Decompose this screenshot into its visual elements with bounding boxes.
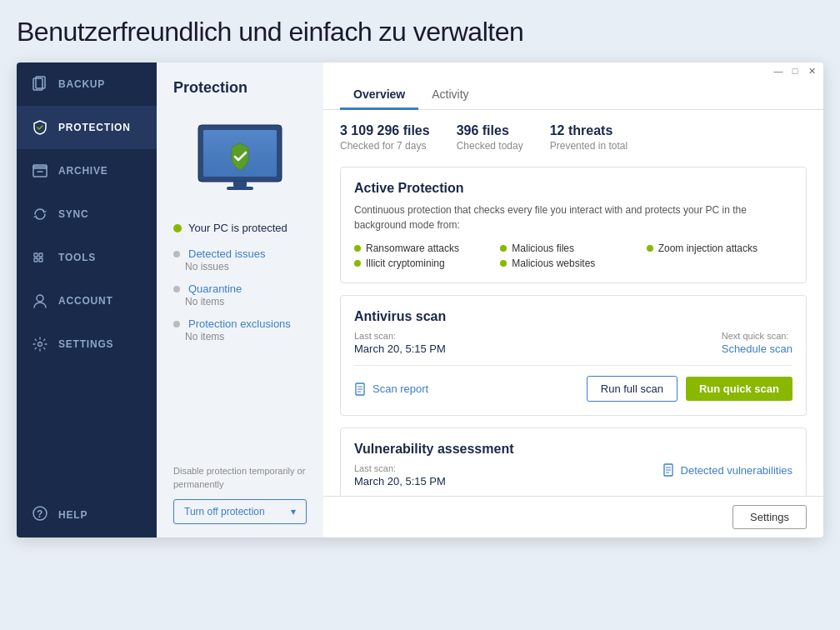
main-content: 3 109 296 files Checked for 7 days 396 f…: [323, 110, 823, 496]
mid-panel-title: Protection: [157, 62, 323, 110]
svg-rect-16: [233, 182, 247, 187]
mid-links: Detected issues No issues Quarantine No …: [157, 248, 323, 342]
run-quick-scan-button[interactable]: Run quick scan: [686, 377, 792, 401]
sidebar-item-backup[interactable]: Backup: [17, 62, 157, 106]
sidebar-item-sync[interactable]: Sync: [17, 192, 157, 236]
run-full-scan-button[interactable]: Run full scan: [587, 376, 678, 402]
sidebar-item-account[interactable]: Account: [17, 279, 157, 322]
feature-label-2: Zoom injection attacks: [658, 242, 758, 254]
vulnerability-card: Vulnerability assessment Last scan: Marc…: [340, 428, 807, 496]
protection-exclusions-link[interactable]: Protection exclusions No items: [173, 318, 307, 342]
feature-dot-4: [500, 260, 507, 267]
tools-icon: [32, 249, 48, 266]
exclusions-sub: No items: [173, 331, 307, 342]
svg-point-10: [38, 342, 42, 347]
app-window: Backup Protection Archive: [17, 62, 823, 538]
main-panel: — □ ✕ Overview Activity 3 109 296 files …: [323, 62, 823, 538]
tab-activity[interactable]: Activity: [418, 79, 482, 110]
feature-dot-1: [500, 245, 507, 252]
schedule-scan-link[interactable]: Schedule scan: [722, 342, 792, 355]
tabs-bar: Overview Activity: [323, 79, 823, 110]
close-button[interactable]: ✕: [807, 66, 817, 76]
scan-report-label: Scan report: [372, 382, 428, 395]
feature-dot-3: [354, 260, 361, 267]
vuln-last-scan-label: Last scan:: [354, 463, 446, 473]
sidebar-item-archive[interactable]: Archive: [17, 149, 157, 192]
sidebar-item-help[interactable]: ? Help: [17, 492, 157, 538]
mid-bottom: Disable protection temporarily or perman…: [157, 452, 323, 538]
sidebar-label-help: Help: [58, 509, 88, 521]
svg-rect-6: [34, 258, 38, 262]
scan-row: Last scan: March 20, 5:15 PM Next quick …: [354, 331, 792, 355]
mid-panel: Protection: [157, 62, 323, 538]
monitor-illustration: [157, 110, 323, 215]
page-heading: Benutzerfreundlich und einfach zu verwal…: [17, 17, 823, 48]
feature-label-0: Ransomware attacks: [366, 242, 459, 254]
stat-value-2: 12 threats: [550, 123, 628, 138]
feature-malicious-websites: Malicious websites: [500, 258, 646, 269]
svg-rect-7: [39, 253, 42, 257]
next-scan-label: Next quick scan:: [722, 331, 792, 341]
status-text: Your PC is protected: [188, 222, 288, 234]
maximize-button[interactable]: □: [790, 66, 800, 76]
stat-threats: 12 threats Prevented in total: [550, 123, 628, 152]
scan-actions: Scan report Run full scan Run quick scan: [354, 365, 792, 402]
stat-label-2: Prevented in total: [550, 140, 628, 152]
feature-label-1: Malicious files: [512, 242, 574, 254]
sidebar-label-account: Account: [58, 295, 113, 307]
exclusions-label: Protection exclusions: [188, 318, 291, 330]
feature-label-3: Illicit cryptomining: [366, 258, 445, 269]
detected-issues-dot: [173, 251, 180, 258]
active-protection-title: Active Protection: [354, 181, 792, 196]
stat-files-today: 396 files Checked today: [457, 123, 523, 152]
detected-vulnerabilities-link[interactable]: Detected vulnerabilities: [662, 463, 792, 477]
detected-vulnerabilities-label: Detected vulnerabilities: [681, 464, 792, 477]
quarantine-label: Quarantine: [188, 282, 242, 295]
settings-button[interactable]: Settings: [732, 505, 807, 529]
sidebar-item-settings[interactable]: Settings: [17, 322, 157, 366]
vuln-last-scan-info: Last scan: March 20, 5:15 PM: [354, 463, 446, 488]
svg-rect-8: [39, 258, 42, 262]
active-protection-desc: Continuous protection that checks every …: [354, 202, 792, 232]
turn-off-protection-button[interactable]: Turn off protection ▾: [173, 499, 307, 524]
feature-cryptomining: Illicit cryptomining: [354, 258, 500, 269]
minimize-button[interactable]: —: [773, 66, 783, 76]
sidebar-item-tools[interactable]: Tools: [17, 236, 157, 279]
sidebar-label-archive: Archive: [58, 165, 108, 177]
last-scan-date: March 20, 5:15 PM: [354, 342, 446, 355]
status-dot-green: [173, 224, 182, 232]
help-icon: ?: [32, 505, 48, 524]
main-footer: Settings: [323, 496, 823, 538]
features-grid: Ransomware attacks Malicious files Zoom …: [354, 242, 792, 269]
antivirus-scan-card: Antivirus scan Last scan: March 20, 5:15…: [340, 295, 807, 416]
detected-issues-link[interactable]: Detected issues No issues: [173, 248, 307, 272]
sidebar-label-sync: Sync: [58, 208, 89, 220]
quarantine-dot: [173, 286, 180, 292]
disable-protection-text: Disable protection temporarily or perman…: [173, 465, 307, 491]
sidebar-item-protection[interactable]: Protection: [17, 106, 157, 149]
feature-ransomware: Ransomware attacks: [354, 242, 500, 254]
svg-rect-17: [227, 187, 253, 190]
svg-text:?: ?: [37, 508, 43, 520]
feature-zoom-injection: Zoom injection attacks: [647, 242, 792, 254]
stat-label-1: Checked today: [457, 140, 523, 152]
vuln-last-scan-date: March 20, 5:15 PM: [354, 475, 446, 488]
feature-dot-0: [354, 245, 361, 252]
settings-icon: [32, 336, 48, 352]
stats-row: 3 109 296 files Checked for 7 days 396 f…: [340, 123, 807, 152]
protection-status: Your PC is protected: [157, 215, 323, 248]
vulnerability-title: Vulnerability assessment: [354, 442, 792, 457]
quarantine-link[interactable]: Quarantine No items: [173, 282, 307, 308]
exclusions-dot: [173, 321, 180, 328]
stat-files-7days: 3 109 296 files Checked for 7 days: [340, 123, 430, 152]
sidebar-label-backup: Backup: [58, 78, 105, 90]
sidebar: Backup Protection Archive: [17, 62, 157, 538]
svg-rect-5: [34, 253, 38, 257]
stat-value-0: 3 109 296 files: [340, 123, 430, 138]
tab-overview[interactable]: Overview: [340, 79, 418, 110]
last-scan-info: Last scan: March 20, 5:15 PM: [354, 331, 446, 355]
stat-label-0: Checked for 7 days: [340, 140, 430, 152]
sidebar-label-settings: Settings: [58, 338, 113, 350]
stat-value-1: 396 files: [457, 123, 523, 138]
scan-report-link[interactable]: Scan report: [354, 382, 428, 396]
